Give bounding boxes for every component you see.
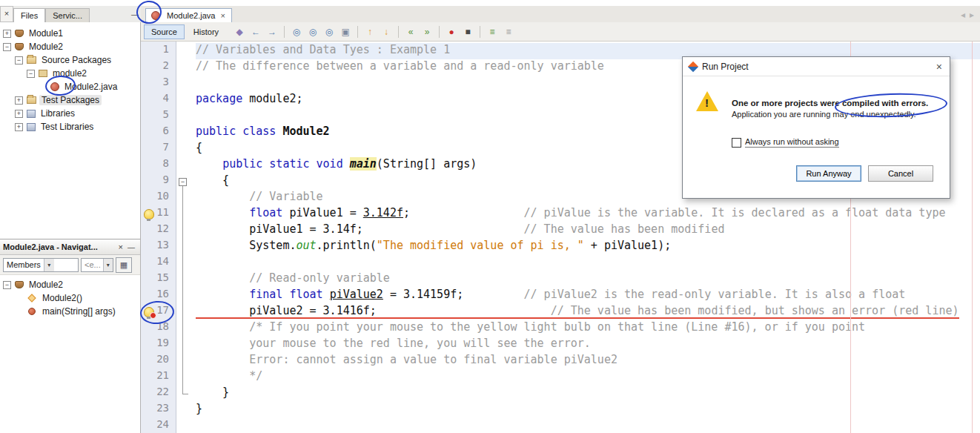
line-number: 1 — [141, 43, 176, 59]
tree-item-source-packages[interactable]: −Source Packages — [0, 53, 140, 67]
collapse-toggle-icon[interactable]: − — [15, 56, 23, 65]
collapse-toggle-icon[interactable]: − — [27, 70, 35, 78]
uncomment-icon[interactable]: ≡ — [501, 24, 516, 39]
code-line-21[interactable]: */ — [196, 369, 980, 386]
find-previous-icon[interactable]: ◎ — [322, 24, 337, 39]
members-combo[interactable]: Members ▾ — [3, 258, 79, 272]
tree-item-label: main(String[] args) — [40, 306, 118, 317]
next-occurrence-icon[interactable]: ↓ — [379, 24, 394, 39]
run-anyway-button[interactable]: Run Anyway — [796, 165, 861, 182]
history-view-button[interactable]: History — [186, 24, 226, 39]
tree-item-module2[interactable]: −Module2 — [0, 40, 140, 53]
tab-files[interactable]: Files — [13, 8, 45, 23]
collapse-toggle-icon[interactable]: − — [3, 43, 11, 51]
tree-item-module2[interactable]: −Module2 — [0, 278, 140, 291]
warning-icon: ! — [696, 91, 718, 111]
panel-minimize-button[interactable]: — — [129, 10, 141, 22]
navigator-minimize-button[interactable]: — — [125, 243, 137, 251]
cancel-button[interactable]: Cancel — [868, 165, 933, 182]
code-line-17[interactable]: piValue2 = 3.1416f; // The value has bee… — [196, 304, 980, 320]
hint-bulb-icon[interactable] — [144, 209, 154, 219]
expand-toggle-icon[interactable]: + — [15, 123, 23, 131]
stop-macro-icon[interactable]: ■ — [460, 24, 475, 39]
line-number: 16 — [141, 288, 176, 304]
code-line-13[interactable]: System.out.println("The modified value o… — [196, 239, 980, 255]
tree-item-test-libraries[interactable]: +Test Libraries — [0, 120, 140, 133]
projects-panel: +Module1−Module2−Source Packages−module2… — [0, 22, 141, 239]
error-bulb-icon[interactable] — [144, 307, 154, 317]
start-macro-icon[interactable]: ● — [444, 24, 459, 39]
toolbar-separator — [357, 26, 358, 38]
last-edit-position-icon[interactable]: ◆ — [232, 24, 247, 39]
code-segment — [196, 288, 249, 301]
members-combo-value: Members — [4, 260, 44, 269]
shift-right-icon[interactable]: » — [420, 24, 434, 39]
line-number: 21 — [141, 369, 176, 386]
previous-occurrence-icon[interactable]: ↑ — [362, 24, 377, 39]
always-run-checkbox[interactable]: Always run without asking — [732, 137, 839, 148]
filter-combo-value: <e... — [82, 260, 103, 269]
expand-toggle-icon[interactable]: + — [15, 96, 23, 105]
tree-item-test-packages[interactable]: +Test Packages — [0, 93, 140, 107]
dialog-titlebar[interactable]: Run Project × — [683, 57, 950, 76]
code-segment: Error: cannot assign a value to final va… — [249, 353, 618, 366]
line-number: 8 — [141, 157, 176, 173]
chevron-down-icon: ▾ — [103, 259, 113, 271]
code-segment: package — [196, 92, 242, 105]
source-view-button[interactable]: Source — [144, 24, 185, 39]
code-line-22[interactable]: } — [196, 386, 980, 402]
filter-combo[interactable]: <e... ▾ — [81, 258, 113, 272]
line-number: 10 — [141, 190, 176, 206]
tree-item-module2[interactable]: Module2() — [0, 291, 140, 305]
code-segment: System. — [196, 239, 296, 252]
code-segment: { — [196, 173, 229, 187]
find-selection-icon[interactable]: ◎ — [289, 24, 304, 39]
code-segment: your mouse to the red line, you will see… — [249, 337, 591, 350]
toggle-highlight-icon[interactable]: ▣ — [338, 24, 353, 39]
line-number: 5 — [141, 108, 176, 125]
back-icon[interactable]: ← — [248, 24, 263, 39]
sort-icon[interactable]: ▦ — [116, 257, 132, 273]
code-line-16[interactable]: final float piValue2 = 3.14159f; // piVa… — [196, 288, 980, 304]
forward-icon[interactable]: → — [265, 24, 279, 39]
tree-item-module2-java[interactable]: Module2.java — [0, 80, 140, 93]
line-number: 9 — [141, 173, 176, 190]
checkbox-icon[interactable] — [732, 138, 741, 148]
code-segment: piValue1 = — [282, 206, 362, 219]
code-line-15[interactable]: // Read-only variable — [196, 271, 980, 288]
tree-item-main-string-args[interactable]: main(String[] args) — [0, 305, 140, 318]
line-number: 13 — [141, 239, 176, 255]
message-prefix: One or more projects were — [732, 99, 842, 108]
tree-item-module2[interactable]: −module2 — [0, 67, 140, 80]
expand-toggle-icon[interactable]: + — [15, 110, 23, 118]
right-margin-line — [972, 42, 973, 433]
code-line-14[interactable] — [196, 255, 980, 271]
code-line-19[interactable]: your mouse to the red line, you will see… — [196, 337, 980, 353]
collapse-toggle-icon[interactable]: − — [3, 281, 11, 289]
comment-icon[interactable]: ≡ — [485, 24, 500, 39]
scroll-right-icon[interactable]: ▸ — [970, 10, 974, 20]
code-line-11[interactable]: float piValue1 = 3.142f; // piValue is t… — [196, 206, 980, 222]
tree-item-module1[interactable]: +Module1 — [0, 27, 140, 40]
expand-toggle-icon[interactable]: + — [3, 30, 11, 38]
doc-tab-close-button[interactable]: × — [220, 11, 225, 20]
tree-item-libraries[interactable]: +Libraries — [0, 107, 140, 120]
code-segment: module2; — [242, 92, 302, 105]
code-line-12[interactable]: piValue1 = 3.14f; // The value has been … — [196, 222, 980, 239]
code-line-24[interactable] — [196, 418, 980, 433]
code-line-18[interactable]: /* If you point your mouse to the yellow… — [196, 320, 980, 337]
checkbox-label: Always run without asking — [745, 137, 839, 148]
code-line-20[interactable]: Error: cannot assign a value to final va… — [196, 353, 980, 369]
tab-services[interactable]: Servic... — [45, 8, 90, 22]
code-line-23[interactable]: } — [196, 402, 980, 418]
shift-left-icon[interactable]: « — [403, 24, 418, 39]
dialog-close-button[interactable]: × — [935, 61, 944, 73]
code-segment — [196, 320, 249, 334]
document-tabbar: Module2.java × ◂ ▸ — [141, 6, 980, 23]
navigator-close-button[interactable]: × — [116, 242, 125, 251]
scroll-left-icon[interactable]: ◂ — [961, 10, 965, 20]
find-next-icon[interactable]: ◎ — [305, 24, 320, 39]
line-number: 19 — [141, 337, 176, 353]
panel-close-button[interactable]: × — [0, 6, 13, 22]
doc-tab-module2-java[interactable]: Module2.java × — [145, 8, 232, 23]
